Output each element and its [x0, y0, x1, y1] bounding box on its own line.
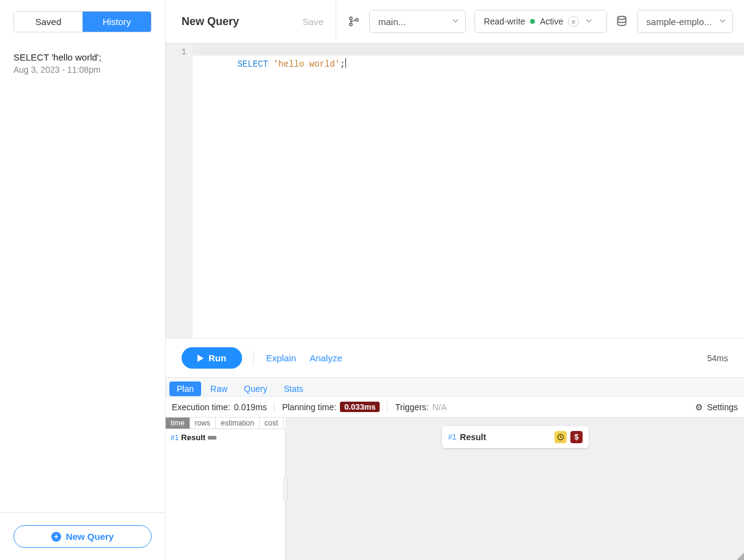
exec-time-value: 0.019ms [234, 402, 267, 412]
compute-badge: e [568, 16, 579, 27]
plan-tree: #1 Result [166, 429, 285, 446]
run-bar: Run Explain Analyze 54ms [166, 338, 744, 377]
svg-point-1 [350, 23, 352, 26]
metric-tab-cost[interactable]: cost [260, 418, 284, 429]
plan-node-idx: #1 [171, 433, 179, 442]
sql-editor[interactable]: 1 SELECT 'hello world'; [166, 43, 744, 338]
editor-code[interactable]: SELECT 'hello world'; [193, 43, 744, 338]
plus-icon: + [51, 532, 61, 542]
editor-gutter: 1 [166, 43, 193, 338]
run-label: Run [208, 353, 226, 363]
chevron-down-icon [584, 16, 594, 28]
role-select[interactable]: Read-write Active e [474, 10, 606, 33]
divider [336, 0, 336, 43]
plan-canvas[interactable]: #1 Result $ [285, 418, 744, 560]
sidebar: Saved History SELECT 'hello world'; Aug … [0, 0, 166, 560]
branch-icon [347, 15, 361, 28]
metric-tab-time[interactable]: time [166, 418, 190, 429]
result-tab-plan[interactable]: Plan [169, 381, 201, 396]
resize-handle-icon[interactable] [737, 553, 744, 560]
database-select-value: sample-emplo... [646, 17, 714, 27]
svg-point-0 [350, 17, 352, 20]
triggers-label: Triggers: [395, 402, 429, 412]
new-query-label: New Query [66, 531, 114, 542]
run-button[interactable]: Run [182, 347, 242, 369]
history-item[interactable]: SELECT 'hello world'; Aug 3, 2023 - 11:0… [0, 43, 165, 83]
branch-select-value: main... [378, 17, 448, 27]
role-rw: Read-write [484, 17, 525, 26]
result-tab-query[interactable]: Query [237, 381, 274, 396]
plan-tree-panel: time rows estimation cost #1 Result [166, 418, 285, 560]
plan-time-label: Planning time: [282, 402, 336, 412]
cursor-icon [345, 58, 346, 68]
tab-saved[interactable]: Saved [14, 12, 83, 32]
history-item-query: SELECT 'hello world'; [13, 52, 152, 62]
database-select[interactable]: sample-emplo... [637, 10, 733, 33]
clock-icon [554, 431, 567, 443]
result-tab-stats[interactable]: Stats [276, 381, 311, 396]
sidebar-footer: + New Query [0, 512, 165, 560]
main: New Query Save main... Read-write Active… [166, 0, 744, 560]
settings-label: Settings [707, 402, 738, 412]
bar-icon [208, 436, 216, 440]
gear-icon: ⚙ [695, 402, 703, 412]
exec-time-label: Execution time: [172, 402, 230, 412]
stats-row: Execution time: 0.019ms Planning time: 0… [166, 396, 744, 418]
history-list: SELECT 'hello world'; Aug 3, 2023 - 11:0… [0, 43, 165, 512]
plan-area: time rows estimation cost #1 Result [166, 418, 744, 560]
new-query-button[interactable]: + New Query [13, 525, 152, 548]
history-item-timestamp: Aug 3, 2023 - 11:08pm [13, 65, 152, 75]
metric-tab-estimation[interactable]: estimation [216, 418, 260, 429]
triggers-value: N/A [432, 402, 446, 412]
plan-node-name: Result [181, 433, 205, 442]
result-tab-raw[interactable]: Raw [203, 381, 235, 396]
analyze-button[interactable]: Analyze [308, 350, 343, 366]
chevron-down-icon [718, 16, 727, 28]
plan-card-name: Result [460, 432, 551, 442]
play-icon [197, 355, 204, 362]
metric-tabs: time rows estimation cost [166, 418, 285, 429]
svg-point-3 [618, 17, 626, 20]
line-number: 1 [166, 46, 186, 58]
splitter-handle[interactable] [284, 477, 287, 501]
run-timing: 54ms [707, 353, 728, 363]
tab-history[interactable]: History [83, 12, 151, 32]
dollar-icon: $ [570, 431, 583, 443]
chevron-down-icon [451, 16, 460, 28]
explain-button[interactable]: Explain [265, 350, 297, 366]
plan-tree-node[interactable]: #1 Result [171, 433, 280, 442]
plan-time-value: 0.033ms [340, 402, 380, 412]
sidebar-tabs: Saved History [0, 0, 165, 43]
status-dot-icon [530, 19, 535, 24]
divider [253, 351, 254, 366]
save-button[interactable]: Save [303, 17, 323, 27]
settings-button[interactable]: ⚙ Settings [695, 402, 738, 412]
result-tabs: Plan Raw Query Stats [166, 377, 744, 396]
metric-tab-rows[interactable]: rows [190, 418, 216, 429]
role-active: Active [540, 17, 563, 26]
header: New Query Save main... Read-write Active… [166, 0, 744, 43]
database-icon [616, 15, 629, 28]
plan-result-card[interactable]: #1 Result $ [442, 426, 589, 448]
branch-select[interactable]: main... [369, 10, 466, 33]
plan-card-idx: #1 [448, 433, 456, 441]
page-title: New Query [182, 15, 239, 28]
